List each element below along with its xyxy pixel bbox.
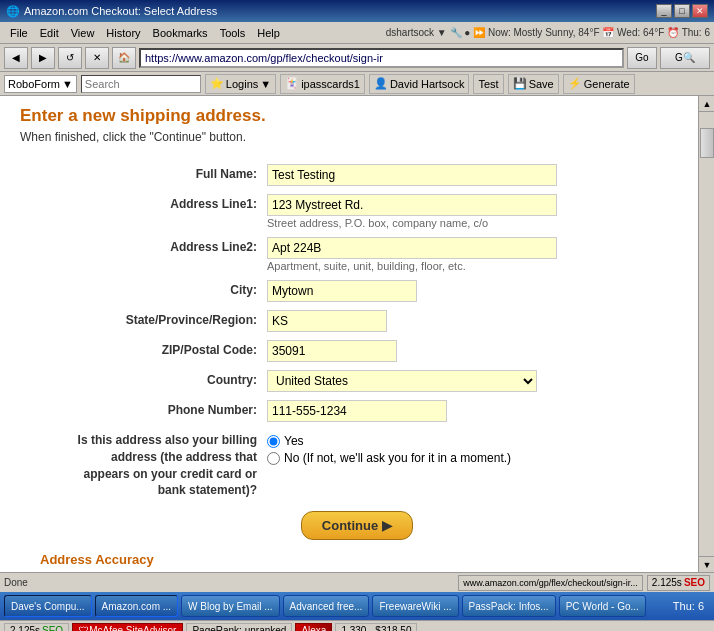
taskbar-time: Thu: 6 [667,600,710,612]
seo-indicator: SEO [42,625,63,631]
address2-label: Address Line2: [67,237,267,254]
billing-yes-radio[interactable] [267,435,280,448]
taskbar-item-4[interactable]: FreewareWiki ... [372,595,458,617]
pagerank-item[interactable]: PageRank: unranked [186,623,292,632]
city-label: City: [67,280,267,297]
address2-row: Address Line2: Apartment, suite, unit, b… [67,237,647,272]
billing-yes-option[interactable]: Yes [267,434,511,448]
close-button[interactable]: ✕ [692,4,708,18]
address2-field-area: Apartment, suite, unit, building, floor,… [267,237,647,272]
address1-label: Address Line1: [67,194,267,211]
maximize-button[interactable]: □ [674,4,690,18]
generate-icon: ⚡ [568,77,582,90]
browser-content: Enter a new shipping address. When finis… [0,96,714,572]
go-button[interactable]: Go [627,47,657,69]
scroll-thumb[interactable] [700,128,714,158]
accuracy-text: Make sure you get your stuff! If the add… [40,571,674,572]
window-title-bar: 🌐 Amazon.com Checkout: Select Address _ … [0,0,714,22]
state-input[interactable] [267,310,387,332]
menu-edit[interactable]: Edit [34,25,65,41]
page-heading: Enter a new shipping address. [20,106,694,126]
menu-file[interactable]: File [4,25,34,41]
zip-field-area [267,340,647,362]
logins-button[interactable]: ⭐ Logins ▼ [205,74,276,94]
full-name-input[interactable] [267,164,557,186]
forward-button[interactable]: ▶ [31,47,55,69]
address-toolbar: ◀ ▶ ↺ ✕ 🏠 https://www.amazon.com/gp/flex… [0,44,714,72]
seo-score: 2.125s SEO [647,575,710,591]
address-bar[interactable]: https://www.amazon.com/gp/flex/checkout/… [139,48,624,68]
menu-bookmarks[interactable]: Bookmarks [147,25,214,41]
country-label: Country: [67,370,267,387]
mcafee-button[interactable]: 🛡 McAfee SiteAdvisor [72,623,183,632]
window-title: 🌐 Amazon.com Checkout: Select Address [6,5,217,18]
page-subheading: When finished, click the "Continue" butt… [20,130,694,144]
test-button[interactable]: Test [473,74,503,94]
links-toolbar: RoboForm ▼ ⭐ Logins ▼ 🃏 ipasscards1 👤 Da… [0,72,714,96]
city-input[interactable] [267,280,417,302]
seo-bottom[interactable]: 2.125s SEO [4,623,69,632]
taskbar-item-3[interactable]: Advanced free... [283,595,370,617]
stop-button[interactable]: ✕ [85,47,109,69]
scroll-down-button[interactable]: ▼ [699,556,714,572]
price-item: 1,330 - $318.50 [335,623,417,632]
zip-label: ZIP/Postal Code: [67,340,267,357]
address1-row: Address Line1: Street address, P.O. box,… [67,194,647,229]
logins-arrow[interactable]: ▼ [260,78,271,90]
continue-button[interactable]: Continue ▶ [301,511,413,540]
phone-field-area [267,400,647,422]
address2-hint: Apartment, suite, unit, building, floor,… [267,260,647,272]
roboform-arrow[interactable]: ▼ [62,78,73,90]
david-button[interactable]: 👤 David Hartsock [369,74,470,94]
browser-icon: 🌐 [6,5,20,18]
billing-no-radio[interactable] [267,452,280,465]
city-row: City: [67,280,647,302]
state-row: State/Province/Region: [67,310,647,332]
city-field-area [267,280,647,302]
accuracy-section: Address Accuracy Make sure you get your … [20,552,694,572]
taskbar-item-5[interactable]: PassPack: Infos... [462,595,556,617]
state-field-area [267,310,647,332]
billing-no-label: No (If not, we'll ask you for it in a mo… [284,451,511,465]
full-name-label: Full Name: [67,164,267,181]
generate-button[interactable]: ⚡ Generate [563,74,635,94]
ipasscards-button[interactable]: 🃏 ipasscards1 [280,74,365,94]
home-button[interactable]: 🏠 [112,47,136,69]
phone-input[interactable] [267,400,447,422]
address1-input[interactable] [267,194,557,216]
search-input[interactable] [81,75,201,93]
taskbar-item-1[interactable]: Amazon.com ... [95,595,178,617]
status-done: Done [4,577,454,588]
alexa-item[interactable]: Alexa [295,623,332,632]
menu-tools[interactable]: Tools [214,25,252,41]
card-icon: 🃏 [285,77,299,90]
minimize-button[interactable]: _ [656,4,672,18]
billing-yes-label: Yes [284,434,304,448]
country-select[interactable]: United States Canada United Kingdom [267,370,537,392]
scroll-up-button[interactable]: ▲ [699,96,714,112]
taskbar-item-6[interactable]: PC World - Go... [559,595,646,617]
search-button[interactable]: G🔍 [660,47,710,69]
continue-arrow-icon: ▶ [382,518,392,533]
phone-row: Phone Number: [67,400,647,422]
back-button[interactable]: ◀ [4,47,28,69]
address1-hint: Street address, P.O. box, company name, … [267,217,647,229]
save-icon: 💾 [513,77,527,90]
zip-input[interactable] [267,340,397,362]
billing-no-option[interactable]: No (If not, we'll ask you for it in a mo… [267,451,511,465]
reload-button[interactable]: ↺ [58,47,82,69]
state-label: State/Province/Region: [67,310,267,327]
menu-history[interactable]: History [100,25,146,41]
taskbar-item-2[interactable]: W Blog by Email ... [181,595,279,617]
save-button[interactable]: 💾 Save [508,74,559,94]
address1-field-area: Street address, P.O. box, company name, … [267,194,647,229]
window-controls[interactable]: _ □ ✕ [656,4,708,18]
shipping-form: Full Name: Address Line1: Street address… [67,164,647,422]
menu-help[interactable]: Help [251,25,286,41]
billing-options: Yes No (If not, we'll ask you for it in … [267,432,511,465]
taskbar-item-0[interactable]: Dave's Compu... [4,595,92,617]
menu-view[interactable]: View [65,25,101,41]
full-name-field-area [267,164,647,186]
seo-label: SEO [684,577,705,588]
address2-input[interactable] [267,237,557,259]
